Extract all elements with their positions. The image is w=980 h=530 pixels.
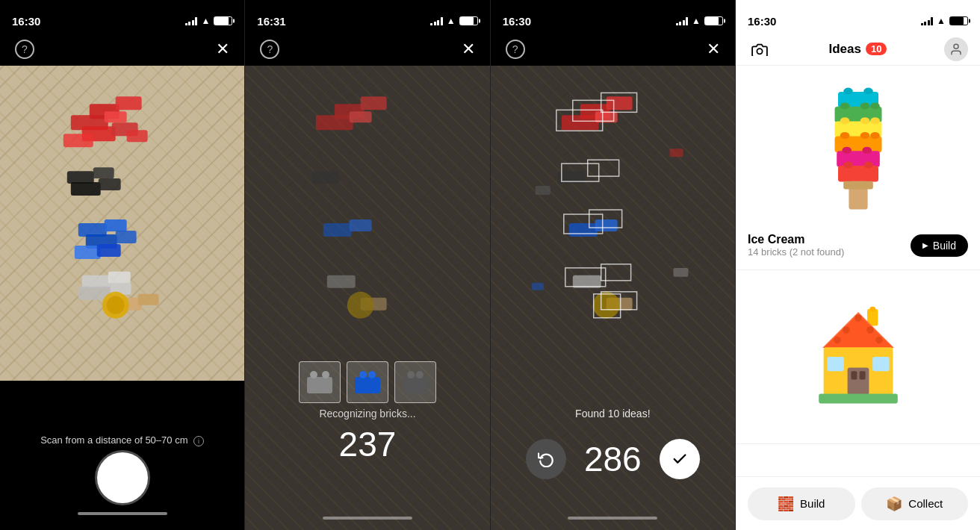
svg-rect-103 bbox=[827, 357, 843, 371]
svg-rect-86 bbox=[870, 132, 880, 139]
phone3-time: 16:30 bbox=[503, 15, 531, 28]
svg-point-106 bbox=[855, 314, 862, 322]
phone2-close-button[interactable]: ✕ bbox=[462, 40, 475, 59]
build-action-label: Build bbox=[800, 497, 825, 510]
house-image bbox=[748, 282, 968, 431]
phone1-help-button[interactable]: ? bbox=[15, 40, 34, 59]
svg-rect-96 bbox=[869, 307, 875, 311]
phone2-signal-icon bbox=[430, 17, 443, 25]
ice-cream-info-row: Ice Cream 14 bricks (2 not found) ▶ Buil… bbox=[748, 233, 968, 258]
svg-rect-77 bbox=[860, 102, 869, 109]
avatar-button[interactable] bbox=[944, 37, 968, 61]
right-signal-icon bbox=[921, 17, 934, 25]
svg-rect-78 bbox=[870, 102, 880, 109]
phone1-scan-hint: Scan from a distance of 50–70 cm i bbox=[40, 434, 204, 446]
svg-rect-90 bbox=[838, 166, 878, 182]
phone2-brick-thumbnails bbox=[299, 361, 436, 403]
phone3-home-indicator bbox=[568, 517, 657, 520]
svg-rect-74 bbox=[863, 88, 873, 95]
phone1-bottom: Scan from a distance of 50–70 cm i bbox=[0, 425, 244, 530]
svg-rect-11 bbox=[116, 231, 137, 243]
ice-cream-model-svg bbox=[813, 85, 903, 219]
right-status-bar: 16:30 ▲ bbox=[736, 0, 980, 33]
right-panel: 16:30 ▲ Ideas 10 bbox=[736, 0, 980, 530]
phone1-close-button[interactable]: ✕ bbox=[216, 40, 229, 59]
phone2-topbar: ? ✕ bbox=[245, 33, 489, 66]
svg-rect-28 bbox=[316, 115, 353, 130]
build-action-button[interactable]: 🧱 Build bbox=[748, 487, 855, 520]
collect-action-label: Collect bbox=[908, 497, 943, 510]
phone3-found-controls: 286 bbox=[491, 439, 735, 479]
svg-rect-105 bbox=[819, 394, 898, 404]
phone2-status-icons: ▲ bbox=[430, 16, 477, 26]
svg-rect-101 bbox=[851, 371, 857, 379]
svg-rect-81 bbox=[860, 117, 869, 124]
svg-rect-49 bbox=[568, 223, 597, 237]
phone3-found-label: Found 10 ideas! bbox=[491, 408, 735, 420]
svg-rect-3 bbox=[105, 111, 127, 122]
svg-rect-87 bbox=[837, 151, 880, 167]
phone1-status-bar: 16:30 ▲ bbox=[0, 0, 244, 33]
svg-rect-104 bbox=[872, 357, 889, 371]
idea-card-house bbox=[736, 270, 980, 444]
ice-cream-build-button[interactable]: ▶ Build bbox=[911, 234, 968, 257]
svg-rect-9 bbox=[105, 219, 127, 231]
svg-rect-18 bbox=[82, 275, 111, 288]
phone3-close-button[interactable]: ✕ bbox=[707, 40, 720, 59]
svg-rect-50 bbox=[595, 219, 617, 231]
phone3-confirm-button[interactable] bbox=[660, 439, 700, 479]
svg-rect-102 bbox=[859, 371, 865, 379]
svg-rect-33 bbox=[327, 275, 356, 288]
ice-cream-bricks: 14 bricks (2 not found) bbox=[748, 246, 844, 258]
phone2-count: 237 bbox=[245, 424, 489, 464]
svg-rect-12 bbox=[75, 246, 101, 259]
phone2-thumb2 bbox=[347, 361, 388, 403]
right-time: 16:30 bbox=[748, 15, 776, 28]
svg-rect-17 bbox=[99, 178, 121, 190]
svg-rect-36 bbox=[307, 377, 332, 393]
phone3-battery-icon bbox=[704, 16, 723, 25]
phone2-help-button[interactable]: ? bbox=[260, 40, 279, 59]
camera-button[interactable] bbox=[748, 37, 772, 61]
svg-rect-91 bbox=[843, 162, 853, 169]
phone2-home-indicator bbox=[323, 517, 412, 520]
ice-cream-build-label: Build bbox=[933, 240, 956, 252]
svg-rect-100 bbox=[847, 367, 869, 395]
phone3-help-button[interactable]: ? bbox=[506, 40, 525, 59]
svg-rect-89 bbox=[862, 147, 872, 154]
svg-rect-80 bbox=[840, 117, 849, 124]
phone1-lego-pile bbox=[0, 66, 244, 381]
phone3-undo-button[interactable] bbox=[526, 439, 566, 479]
right-status-icons: ▲ bbox=[921, 16, 968, 26]
svg-point-110 bbox=[875, 337, 883, 344]
phone1-status-icons: ▲ bbox=[185, 16, 232, 26]
phone1-screen: 16:30 ▲ ? ✕ bbox=[0, 0, 245, 530]
phone2-time: 16:31 bbox=[257, 15, 285, 28]
svg-rect-43 bbox=[407, 371, 415, 378]
ideas-list: Ice Cream 14 bricks (2 not found) ▶ Buil… bbox=[736, 66, 980, 476]
svg-rect-37 bbox=[310, 371, 317, 378]
right-header: Ideas 10 bbox=[736, 33, 980, 66]
svg-point-35 bbox=[347, 292, 374, 319]
svg-rect-40 bbox=[359, 371, 367, 378]
phones-container: 16:30 ▲ ? ✕ bbox=[0, 0, 736, 530]
phone2-screen: 16:31 ▲ ? ✕ bbox=[245, 0, 490, 530]
collect-action-button[interactable]: 📦 Collect bbox=[861, 487, 969, 520]
phone1-signal-icon bbox=[185, 17, 198, 25]
phone2-recognizing-label: Recognizing bricks... bbox=[245, 408, 489, 420]
svg-rect-1 bbox=[116, 96, 142, 110]
ice-cream-name: Ice Cream bbox=[748, 233, 844, 246]
svg-rect-29 bbox=[350, 111, 372, 122]
phone2-lego-pile bbox=[245, 66, 489, 381]
phone1-info-icon[interactable]: i bbox=[193, 436, 204, 446]
phone3-count: 286 bbox=[584, 439, 642, 479]
svg-rect-7 bbox=[127, 130, 148, 142]
svg-point-25 bbox=[107, 296, 125, 314]
phone1-shutter-button[interactable] bbox=[97, 452, 148, 503]
svg-rect-92 bbox=[863, 162, 873, 169]
svg-point-54 bbox=[592, 292, 619, 319]
svg-rect-69 bbox=[673, 268, 688, 277]
bottom-action-bar: 🧱 Build 📦 Collect bbox=[736, 476, 980, 530]
svg-rect-41 bbox=[368, 371, 376, 378]
play-icon: ▶ bbox=[922, 241, 928, 249]
